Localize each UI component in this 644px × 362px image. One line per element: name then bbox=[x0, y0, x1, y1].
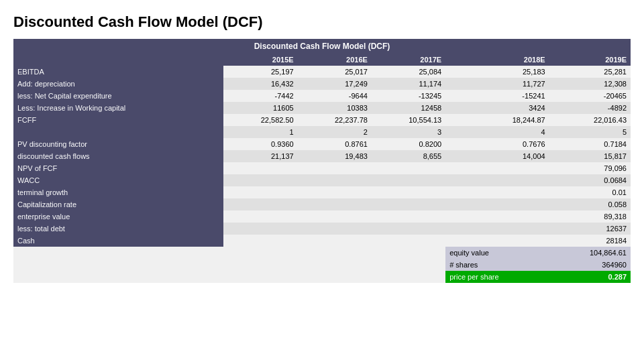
row-6-col-1: 0.8761 bbox=[298, 138, 372, 150]
row-13-col-3 bbox=[445, 223, 549, 235]
row-9-col-1 bbox=[298, 174, 372, 186]
col-label-header bbox=[13, 54, 223, 66]
row-0-col-3: 25,183 bbox=[445, 66, 549, 78]
col-2016e: 2016E bbox=[298, 54, 372, 66]
table-row: Less: Increase in Working capital1160510… bbox=[13, 102, 631, 114]
row-6-col-2: 0.8200 bbox=[372, 138, 445, 150]
row-label-13: less: total debt bbox=[13, 223, 223, 235]
row-8-col-2 bbox=[372, 162, 445, 174]
row-label-14: Cash bbox=[13, 235, 223, 247]
row-7-col-2: 8,655 bbox=[372, 150, 445, 162]
footer-empty-0-1 bbox=[223, 247, 297, 259]
footer-value-1: 364960 bbox=[549, 259, 631, 271]
row-11-col-1 bbox=[298, 198, 372, 210]
row-label-12: enterprise value bbox=[13, 210, 223, 223]
row-label-0: EBITDA bbox=[13, 66, 223, 78]
footer-label-0: equity value bbox=[445, 247, 549, 259]
row-13-col-1 bbox=[298, 223, 372, 235]
footer-label-2: price per share bbox=[445, 271, 549, 283]
row-13-col-2 bbox=[372, 223, 445, 235]
row-6-col-3: 0.7676 bbox=[445, 138, 549, 150]
row-7-col-4: 15,817 bbox=[549, 150, 631, 162]
row-label-3: Less: Increase in Working capital bbox=[13, 102, 223, 114]
table-row: discounted cash flows21,13719,4838,65514… bbox=[13, 150, 631, 162]
footer-empty-2-0 bbox=[13, 271, 223, 283]
row-2-col-0: -7442 bbox=[223, 90, 297, 102]
row-3-col-3: 3424 bbox=[445, 102, 549, 114]
row-5-col-4: 5 bbox=[549, 126, 631, 138]
row-5-col-0: 1 bbox=[223, 126, 297, 138]
row-4-col-3: 18,244.87 bbox=[445, 114, 549, 126]
row-label-8: NPV of FCF bbox=[13, 162, 223, 174]
row-5-col-2: 3 bbox=[372, 126, 445, 138]
table-row: Capitalization rate0.058 bbox=[13, 198, 631, 210]
row-1-col-4: 12,308 bbox=[549, 78, 631, 90]
row-14-col-3 bbox=[445, 235, 549, 247]
col-2017e: 2017E bbox=[372, 54, 445, 66]
footer-value-2: 0.287 bbox=[549, 271, 631, 283]
row-0-col-0: 25,197 bbox=[223, 66, 297, 78]
row-8-col-0 bbox=[223, 162, 297, 174]
row-label-2: less: Net Capital expenditure bbox=[13, 90, 223, 102]
row-1-col-1: 17,249 bbox=[298, 78, 372, 90]
row-9-col-2 bbox=[372, 174, 445, 186]
row-9-col-3 bbox=[445, 174, 549, 186]
row-2-col-4: -20465 bbox=[549, 90, 631, 102]
row-14-col-0 bbox=[223, 235, 297, 247]
row-label-1: Add: depreciation bbox=[13, 78, 223, 90]
table-row: NPV of FCF79,096 bbox=[13, 162, 631, 174]
row-3-col-0: 11605 bbox=[223, 102, 297, 114]
row-14-col-2 bbox=[372, 235, 445, 247]
row-7-col-0: 21,137 bbox=[223, 150, 297, 162]
row-13-col-4: 12637 bbox=[549, 223, 631, 235]
row-label-6: PV discounting factor bbox=[13, 138, 223, 150]
footer-label-1: # shares bbox=[445, 259, 549, 271]
row-3-col-1: 10383 bbox=[298, 102, 372, 114]
row-3-col-2: 12458 bbox=[372, 102, 445, 114]
table-header-title: Discounted Cash Flow Model (DCF) bbox=[13, 39, 631, 54]
table-row: less: total debt12637 bbox=[13, 223, 631, 235]
row-11-col-4: 0.058 bbox=[549, 198, 631, 210]
row-12-col-0 bbox=[223, 210, 297, 223]
table-row: FCFF22,582.5022,237.7810,554.1318,244.87… bbox=[13, 114, 631, 126]
row-11-col-2 bbox=[372, 198, 445, 210]
row-2-col-2: -13245 bbox=[372, 90, 445, 102]
row-2-col-3: -15241 bbox=[445, 90, 549, 102]
row-label-5 bbox=[13, 126, 223, 138]
row-10-col-3 bbox=[445, 186, 549, 198]
table-row: 12345 bbox=[13, 126, 631, 138]
footer-empty-0-2 bbox=[298, 247, 372, 259]
row-10-col-4: 0.01 bbox=[549, 186, 631, 198]
row-14-col-4: 28184 bbox=[549, 235, 631, 247]
row-9-col-0 bbox=[223, 174, 297, 186]
row-12-col-1 bbox=[298, 210, 372, 223]
row-7-col-1: 19,483 bbox=[298, 150, 372, 162]
row-14-col-1 bbox=[298, 235, 372, 247]
row-3-col-4: -4892 bbox=[549, 102, 631, 114]
row-5-col-3: 4 bbox=[445, 126, 549, 138]
page-title: Discounted Cash Flow Model (DCF) bbox=[13, 13, 631, 31]
footer-empty-2-1 bbox=[223, 271, 297, 283]
footer-value-0: 104,864.61 bbox=[549, 247, 631, 259]
col-2019e: 2019E bbox=[549, 54, 631, 66]
footer-empty-0-3 bbox=[372, 247, 445, 259]
footer-row-2: price per share0.287 bbox=[13, 271, 631, 283]
table-row: EBITDA25,19725,01725,08425,18325,281 bbox=[13, 66, 631, 78]
row-label-9: WACC bbox=[13, 174, 223, 186]
row-label-4: FCFF bbox=[13, 114, 223, 126]
row-6-col-0: 0.9360 bbox=[223, 138, 297, 150]
footer-empty-2-3 bbox=[372, 271, 445, 283]
footer-empty-1-3 bbox=[372, 259, 445, 271]
row-4-col-4: 22,016.43 bbox=[549, 114, 631, 126]
row-10-col-0 bbox=[223, 186, 297, 198]
table-row: Cash28184 bbox=[13, 235, 631, 247]
row-13-col-0 bbox=[223, 223, 297, 235]
table-header-title-row: Discounted Cash Flow Model (DCF) bbox=[13, 39, 631, 54]
table-header-years-row: 2015E 2016E 2017E 2018E 2019E bbox=[13, 54, 631, 66]
table-row: PV discounting factor0.93600.87610.82000… bbox=[13, 138, 631, 150]
footer-empty-1-1 bbox=[223, 259, 297, 271]
row-11-col-3 bbox=[445, 198, 549, 210]
footer-row-1: # shares364960 bbox=[13, 259, 631, 271]
footer-row-0: equity value104,864.61 bbox=[13, 247, 631, 259]
row-8-col-3 bbox=[445, 162, 549, 174]
